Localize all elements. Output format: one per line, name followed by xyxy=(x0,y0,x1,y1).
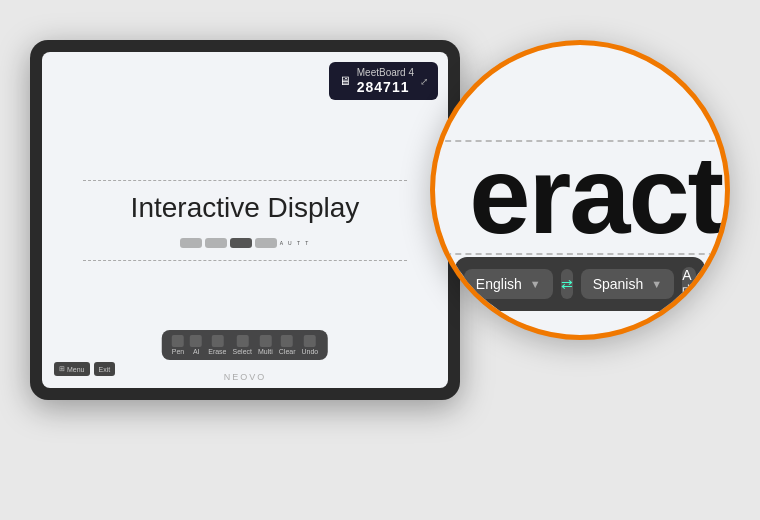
zoom-big-text: eracti xyxy=(469,140,730,250)
dashed-line-top xyxy=(83,180,408,181)
pen-icon xyxy=(172,335,184,347)
swap-icon: ⇄ xyxy=(561,276,573,292)
toolbar-btn-4[interactable] xyxy=(255,238,277,248)
clear-tool[interactable]: Clear xyxy=(279,335,296,355)
screen-bottom-bar: Pen AI Erase Select Multi xyxy=(162,330,328,360)
select-icon xyxy=(236,335,248,347)
erase-icon xyxy=(211,335,223,347)
monitor: 🖥 MeetBoard 4 284711 ⤢ Interactive Displ… xyxy=(30,40,460,400)
target-language-label: Spanish xyxy=(593,276,644,292)
undo-icon xyxy=(304,335,316,347)
menu-label: Menu xyxy=(67,366,85,373)
erase-tool[interactable]: Erase xyxy=(208,335,226,355)
target-language-select[interactable]: Spanish ▼ xyxy=(581,269,674,299)
source-chevron-icon: ▼ xyxy=(530,278,541,290)
multi-tool[interactable]: Multi xyxy=(258,335,273,355)
toolbar-btn-3[interactable] xyxy=(230,238,252,248)
exit-label: Exit xyxy=(99,366,111,373)
source-language-label: English xyxy=(476,276,522,292)
translate-button[interactable]: A中 xyxy=(682,267,696,301)
translate-icon: A中 xyxy=(682,267,696,301)
dashed-line-bottom xyxy=(83,260,408,261)
mini-toolbar: A U T T xyxy=(180,238,311,248)
monitor-brand: neovo xyxy=(224,372,267,382)
exit-button[interactable]: Exit xyxy=(94,362,116,376)
badge-info: MeetBoard 4 284711 xyxy=(357,67,414,95)
expand-icon[interactable]: ⤢ xyxy=(420,76,428,87)
badge-label: MeetBoard 4 xyxy=(357,67,414,79)
multi-icon xyxy=(259,335,271,347)
zoom-circle: eracti English ▼ ⇄ Spanish ▼ A中 xyxy=(430,40,730,340)
monitor-screen: 🖥 MeetBoard 4 284711 ⤢ Interactive Displ… xyxy=(42,52,448,388)
swap-button[interactable]: ⇄ xyxy=(561,269,573,299)
screen-title: Interactive Display xyxy=(131,192,360,224)
menu-icon: ⊞ xyxy=(59,365,65,373)
toolbar-btn-1[interactable] xyxy=(180,238,202,248)
select-tool[interactable]: Select xyxy=(233,335,252,355)
scene: 🖥 MeetBoard 4 284711 ⤢ Interactive Displ… xyxy=(0,0,760,520)
target-chevron-icon: ▼ xyxy=(651,278,662,290)
ai-icon xyxy=(190,335,202,347)
pen-tool[interactable]: Pen xyxy=(172,335,184,355)
badge-number: 284711 xyxy=(357,79,414,95)
menu-button[interactable]: ⊞ Menu xyxy=(54,362,90,376)
monitor-icon: 🖥 xyxy=(339,74,351,88)
meetboard-badge: 🖥 MeetBoard 4 284711 ⤢ xyxy=(329,62,438,100)
menu-exit-area: ⊞ Menu Exit xyxy=(54,362,115,376)
ai-tool[interactable]: AI xyxy=(190,335,202,355)
toolbar-btn-2[interactable] xyxy=(205,238,227,248)
translation-bar: English ▼ ⇄ Spanish ▼ A中 xyxy=(455,257,705,311)
source-language-select[interactable]: English ▼ xyxy=(464,269,553,299)
clear-icon xyxy=(281,335,293,347)
toolbar-label: A U T T xyxy=(280,240,311,246)
undo-tool[interactable]: Undo xyxy=(302,335,319,355)
